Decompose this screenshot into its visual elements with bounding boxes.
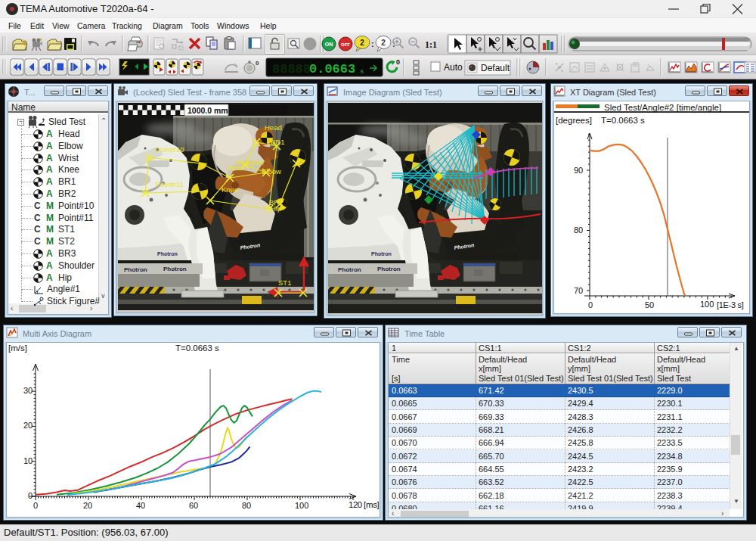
- svg-text:Photron: Photron: [371, 251, 392, 257]
- svg-text:Photron: Photron: [124, 266, 147, 273]
- svg-text:Wrist: Wrist: [228, 163, 244, 172]
- svg-text:1000.0 mm: 1000.0 mm: [187, 106, 228, 115]
- svg-text:ST1: ST1: [278, 278, 291, 287]
- svg-text:Point#10: Point#10: [156, 145, 184, 154]
- svg-text:88888: 88888: [272, 62, 311, 76]
- svg-text:2: 2: [381, 39, 386, 47]
- svg-text::: :: [371, 39, 374, 48]
- svg-text:ON: ON: [325, 42, 333, 47]
- svg-text:2: 2: [360, 39, 364, 47]
- svg-text:Hip: Hip: [271, 204, 281, 213]
- svg-text:0: 0: [256, 60, 259, 67]
- svg-text:OFF: OFF: [341, 42, 350, 47]
- svg-text:Photron: Photron: [163, 266, 187, 272]
- svg-text:Head: Head: [265, 123, 282, 132]
- svg-text:0.0663: 0.0663: [309, 62, 355, 76]
- svg-text:0: 0: [396, 58, 400, 66]
- svg-text:Photron: Photron: [338, 266, 361, 273]
- svg-text:Photron: Photron: [377, 266, 401, 272]
- svg-text:Auto: Auto: [444, 62, 463, 73]
- svg-text:Knee: Knee: [222, 185, 238, 194]
- svg-text:BR1: BR1: [271, 138, 284, 146]
- svg-text:s: s: [360, 68, 364, 76]
- svg-text:Default: Default: [481, 63, 510, 73]
- svg-text:Photron: Photron: [157, 251, 178, 257]
- svg-text:1:1: 1:1: [425, 39, 437, 50]
- svg-text:Elbow: Elbow: [262, 167, 281, 176]
- svg-text:Point#11: Point#11: [156, 180, 184, 188]
